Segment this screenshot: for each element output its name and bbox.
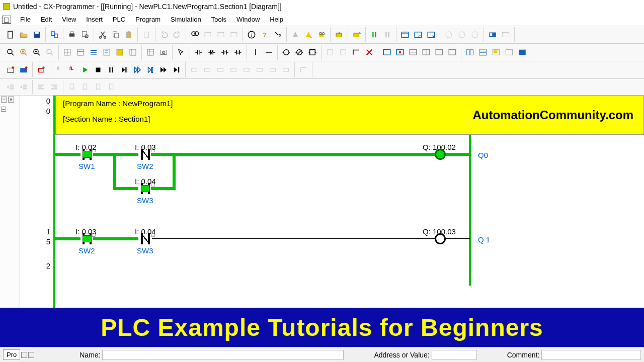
- bm3-icon[interactable]: [92, 80, 105, 94]
- zoom-reset-icon[interactable]: [43, 46, 56, 59]
- play-icon[interactable]: [78, 63, 92, 76]
- connect-icon[interactable]: [35, 63, 48, 76]
- contact-nc-icon[interactable]: [205, 46, 218, 59]
- tab-scroll-right-icon[interactable]: [28, 352, 34, 358]
- d6-icon[interactable]: [253, 63, 266, 76]
- bm2-icon[interactable]: [78, 80, 92, 94]
- addr-field[interactable]: [432, 350, 477, 360]
- zoom-out-icon[interactable]: [30, 46, 43, 59]
- coil-icon[interactable]: [280, 46, 293, 59]
- menu-tools[interactable]: Tools: [206, 14, 231, 25]
- win2-icon[interactable]: [412, 28, 425, 41]
- view1-icon[interactable]: [74, 46, 87, 59]
- d4-icon[interactable]: [227, 63, 240, 76]
- align2-icon[interactable]: [48, 80, 61, 94]
- d8-icon[interactable]: [279, 63, 292, 76]
- indent-icon[interactable]: [17, 80, 30, 94]
- menu-help[interactable]: Help: [265, 14, 288, 25]
- pin-icon[interactable]: -: [1, 97, 7, 103]
- watch1-icon[interactable]: [380, 46, 393, 59]
- online-icon[interactable]: [4, 63, 17, 76]
- delete-line-icon[interactable]: [363, 46, 376, 59]
- hand-icon[interactable]: [52, 63, 65, 76]
- watch6-icon[interactable]: [446, 46, 459, 59]
- mdi-icon[interactable]: [2, 16, 11, 24]
- coil-not-icon[interactable]: [293, 46, 306, 59]
- bm1-icon[interactable]: [65, 80, 78, 94]
- menu-window[interactable]: Window: [231, 14, 265, 25]
- coil-q1[interactable]: [435, 233, 446, 244]
- transfer-to-icon[interactable]: [333, 28, 346, 41]
- compare-icon[interactable]: [48, 28, 61, 41]
- d7-icon[interactable]: [266, 63, 279, 76]
- win3-icon[interactable]: [425, 28, 438, 41]
- find-prev-icon[interactable]: [227, 28, 240, 41]
- watch4-icon[interactable]: [420, 46, 433, 59]
- symbol-table-icon[interactable]: [144, 46, 157, 59]
- menu-program[interactable]: Program: [130, 14, 166, 25]
- print-preview-icon[interactable]: [78, 28, 92, 41]
- comment-field[interactable]: [541, 350, 641, 360]
- tile1-icon[interactable]: [463, 46, 476, 59]
- coil-q0[interactable]: [435, 149, 446, 160]
- d2-icon[interactable]: [201, 63, 214, 76]
- stop-icon[interactable]: [92, 63, 105, 76]
- zoom-in-icon[interactable]: [17, 46, 30, 59]
- open-icon[interactable]: [17, 28, 30, 41]
- d3-icon[interactable]: [214, 63, 227, 76]
- tile4-icon[interactable]: [503, 46, 516, 59]
- function-icon[interactable]: [306, 46, 319, 59]
- tile3-icon[interactable]: [490, 46, 503, 59]
- redo-icon[interactable]: [171, 28, 184, 41]
- contact-no-icon[interactable]: [192, 46, 205, 59]
- help-icon[interactable]: ?: [258, 28, 271, 41]
- step-over-icon[interactable]: [131, 63, 144, 76]
- bottom-tab[interactable]: Pro: [3, 349, 20, 360]
- d1-icon[interactable]: [188, 63, 201, 76]
- replace-icon[interactable]: [201, 28, 214, 41]
- save-icon[interactable]: [30, 28, 43, 41]
- error-search-icon[interactable]: [315, 28, 328, 41]
- outdent-icon[interactable]: [4, 80, 17, 94]
- menu-plc[interactable]: PLC: [108, 14, 130, 25]
- tile2-icon[interactable]: [476, 46, 490, 59]
- d5-icon[interactable]: [240, 63, 253, 76]
- branch-up-icon[interactable]: [337, 46, 350, 59]
- skip-end-icon[interactable]: [170, 63, 183, 76]
- misc1-icon[interactable]: [442, 28, 455, 41]
- copy-icon[interactable]: [109, 28, 122, 41]
- hline-icon[interactable]: [262, 46, 275, 59]
- watch2-icon[interactable]: [393, 46, 407, 59]
- simulator-icon[interactable]: [486, 28, 499, 41]
- contact-falling-icon[interactable]: [231, 46, 245, 59]
- menu-edit[interactable]: Edit: [36, 14, 57, 25]
- watch5-icon[interactable]: [433, 46, 446, 59]
- misc2-icon[interactable]: [455, 28, 468, 41]
- menu-simulation[interactable]: Simulation: [166, 14, 206, 25]
- print-icon[interactable]: [65, 28, 78, 41]
- align1-icon[interactable]: [35, 80, 48, 94]
- paste-icon[interactable]: [122, 28, 135, 41]
- project-panel[interactable]: - × –: [0, 96, 20, 308]
- fast-fwd-icon[interactable]: [157, 63, 170, 76]
- watch3-icon[interactable]: [407, 46, 420, 59]
- view2-icon[interactable]: [87, 46, 100, 59]
- d9-icon[interactable]: [297, 63, 310, 76]
- menu-file[interactable]: File: [15, 14, 36, 25]
- error-down-icon[interactable]: [302, 28, 315, 41]
- delete-icon[interactable]: [140, 28, 153, 41]
- new-icon[interactable]: [4, 28, 17, 41]
- error-up-icon[interactable]: [289, 28, 302, 41]
- tab-scroll-left-icon[interactable]: [21, 352, 27, 358]
- view5-icon[interactable]: [126, 46, 139, 59]
- ladder-diagram[interactable]: [Program Name : NewProgram1] [Section Na…: [55, 96, 644, 308]
- pause-icon[interactable]: [105, 63, 118, 76]
- tree-collapse-icon[interactable]: –: [1, 107, 6, 112]
- close-icon[interactable]: ×: [8, 97, 14, 103]
- menu-view[interactable]: View: [57, 14, 81, 25]
- bm4-icon[interactable]: [105, 80, 118, 94]
- step-into-icon[interactable]: [144, 63, 157, 76]
- pause-monitor-icon[interactable]: [368, 28, 381, 41]
- view4-icon[interactable]: [113, 46, 126, 59]
- view3-icon[interactable]: [100, 46, 113, 59]
